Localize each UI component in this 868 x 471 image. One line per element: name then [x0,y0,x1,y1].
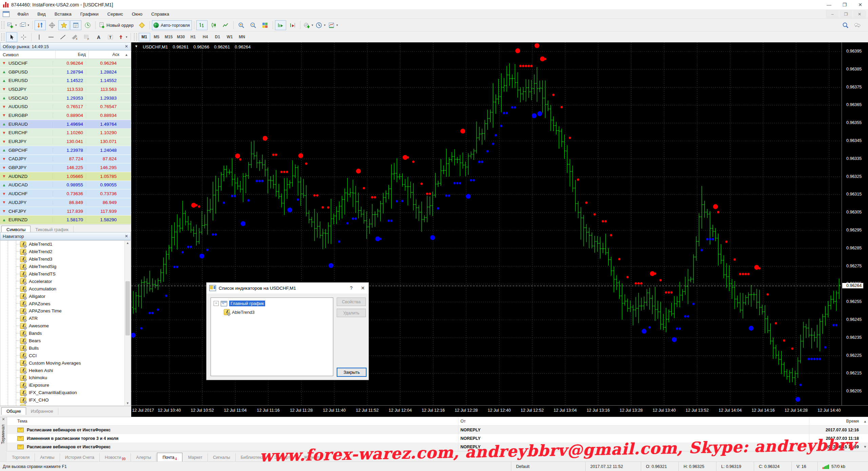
scroll-up-icon[interactable]: ▲ [862,419,868,423]
time-axis[interactable]: 12 Jul 201712 Jul 10:4012 Jul 10:5212 Ju… [131,405,868,417]
market-watch-row-gbpusd[interactable]: ▲GBPUSD1.287941.28824 [0,68,131,77]
strategy-tester-button[interactable] [82,20,93,30]
line-chart-button[interactable] [220,20,231,30]
close-button[interactable]: ✕ [852,0,868,9]
templates-button[interactable]: ▾ [327,20,339,30]
timeframe-h1[interactable]: H1 [188,33,199,41]
toolbar-grip[interactable] [134,33,137,41]
dropdown-caret-icon[interactable]: ▾ [28,23,29,27]
terminal-tab-новости[interactable]: Новости99 [100,453,131,462]
market-watch-row-eurnzd[interactable]: ▲EURNZD1.581701.58290 [0,216,131,224]
navigator-item-abletrend2[interactable]: fAbleTrend2 [0,248,131,255]
zoom-in-button[interactable] [236,20,247,30]
terminal-tab-сигналы[interactable]: Сигналы [208,453,236,462]
indicators-tree[interactable]: − Главный график f AbleTrend3 [211,298,333,376]
toolbar-grip[interactable] [1,21,4,29]
auto-trading-button[interactable]: Авто-торговля [152,20,192,30]
menu-графики[interactable]: Графики [76,12,103,17]
market-watch-row-usdjpy[interactable]: ▼USDJPY113.533113.563 [0,85,131,94]
navigator-item-abletrend3[interactable]: fAbleTrend3 [0,255,131,263]
menu-вид[interactable]: Вид [33,12,50,17]
market-watch-header[interactable]: Символ Бид Аск ▲ [0,50,131,59]
scroll-down-icon[interactable]: ▼ [864,445,867,449]
dropdown-caret-icon[interactable]: ▾ [126,35,127,39]
chat-button[interactable] [852,20,863,30]
properties-button[interactable]: Свойства [337,298,366,306]
trendline-button[interactable] [57,32,68,42]
dialog-title-bar[interactable]: Список индикаторов на USDCHF,M1 ? ✕ [206,283,369,293]
market-watch-row-eurusd[interactable]: ▲EURUSD1.145221.14552 [0,76,131,85]
timeframe-m30[interactable]: M30 [175,33,187,41]
market-watch-close-icon[interactable]: ✕ [125,44,128,49]
navigator-item-apazones[interactable]: fAPAZones [0,300,131,307]
terminal-tab-почта[interactable]: Почта4 [157,453,182,462]
menu-сервис[interactable]: Сервис [103,12,127,17]
navigator-button[interactable] [58,20,70,30]
market-watch-row-audchf[interactable]: ▼AUDCHF0.736360.73736 [0,189,131,198]
navigator-item-abletrendts[interactable]: fAbleTrendTS [0,270,131,278]
navigator-item-abletrend1[interactable]: fAbleTrend1 [0,241,131,248]
tree-item-abletrend3[interactable]: AbleTrend3 [232,310,255,315]
text-label-button[interactable]: T [105,32,116,42]
arrows-button[interactable]: ▾ [117,32,129,42]
market-watch-row-gbpchf[interactable]: ▲GBPCHF1.239781.24048 [0,146,131,155]
scroll-up-icon[interactable]: ▲ [122,53,131,57]
crosshair-button[interactable] [18,32,29,42]
terminal-tab-история-счета[interactable]: История Счета [60,453,100,462]
close-dialog-button[interactable]: Закрыть [337,368,367,377]
terminal-tab-маркет[interactable]: Маркет [183,453,208,462]
text-button[interactable]: A [93,32,104,42]
data-window-button[interactable] [46,20,58,30]
new-order-button[interactable]: Новый ордер [98,20,136,30]
child-close-button[interactable]: ✕ [853,10,866,18]
market-watch-row-chfjpy[interactable]: ▼CHFJPY117.839117.939 [0,207,131,216]
timeframe-m1[interactable]: M1 [139,33,150,41]
auto-scroll-button[interactable] [275,20,286,30]
navigator-item-alligator[interactable]: fAlligator [0,292,131,300]
timeframe-w1[interactable]: W1 [224,33,236,41]
market-watch-row-audnzd[interactable]: ▼AUDNZD1.056651.05785 [0,172,131,181]
menu-окно[interactable]: Окно [127,12,147,17]
menu-файл[interactable]: Файл [13,12,33,17]
market-watch-row-audcad[interactable]: ▲AUDCAD0.989550.99055 [0,181,131,190]
profiles-button[interactable]: ▾ [19,20,31,30]
tab-common[interactable]: Общие [1,407,26,415]
timeframe-d1[interactable]: D1 [212,33,223,41]
market-watch-row-euraud[interactable]: ▲EURAUD1.496941.49764 [0,120,131,129]
terminal-tab-торговля[interactable]: Торговля [7,453,35,462]
navigator-scrollbar[interactable]: ▲ ▼ [124,241,131,406]
terminal-tab-активы[interactable]: Активы [35,453,60,462]
navigator-item-awesome[interactable]: fAwesome [0,322,131,330]
menu-справка[interactable]: Справка [147,12,174,17]
timeframe-m15[interactable]: M15 [163,33,175,41]
menu-вставка[interactable]: Вставка [50,12,76,17]
navigator-item-accelerator[interactable]: fAccelerator [0,278,131,285]
market-watch-row-eurchf[interactable]: ▼EURCHF1.102601.10290 [0,129,131,138]
dialog-help-button[interactable]: ? [346,285,357,291]
market-watch-row-eurjpy[interactable]: ▼EURJPY130.041130.071 [0,137,131,146]
equidistant-channel-button[interactable]: E [69,32,80,42]
dropdown-caret-icon[interactable]: ▾ [312,23,313,27]
navigator-item-custom-moving-averages[interactable]: fCustom Moving Averages [0,359,131,367]
child-minimize-button[interactable]: – [826,10,839,18]
market-watch-row-gbpjpy[interactable]: ▼GBPJPY146.225146.295 [0,163,131,172]
horizontal-line-button[interactable] [45,32,57,42]
scroll-down-icon[interactable]: ▼ [125,402,131,405]
navigator-item-bulls[interactable]: fBulls [0,344,131,352]
minimize-button[interactable]: — [821,0,837,9]
navigator-item-bands[interactable]: fBands [0,330,131,337]
market-watch-row-usdcad[interactable]: ▲USDCAD1.293531.29383 [0,94,131,103]
bar-chart-button[interactable] [196,20,208,30]
market-watch-row-cadjpy[interactable]: ▼CADJPY87.72487.824 [0,155,131,164]
chart-shift-button[interactable] [287,20,298,30]
terminal-close-icon[interactable]: ✕ [0,417,7,422]
navigator-item-ifx-donchian[interactable]: fIFX_Donchian [0,404,131,406]
cursor-button[interactable] [6,32,17,42]
indicators-list-button[interactable]: ▾ [302,20,314,30]
candlestick-chart-button[interactable] [208,20,219,30]
terminal-panel-button[interactable] [70,20,81,30]
navigator-item-apazones-time[interactable]: fAPAZones Time [0,307,131,315]
dialog-close-button[interactable]: ✕ [357,285,369,291]
price-axis[interactable]: 0.96264 0.963950.963850.963750.963650.96… [842,42,868,405]
metaeditor-button[interactable] [136,20,147,30]
